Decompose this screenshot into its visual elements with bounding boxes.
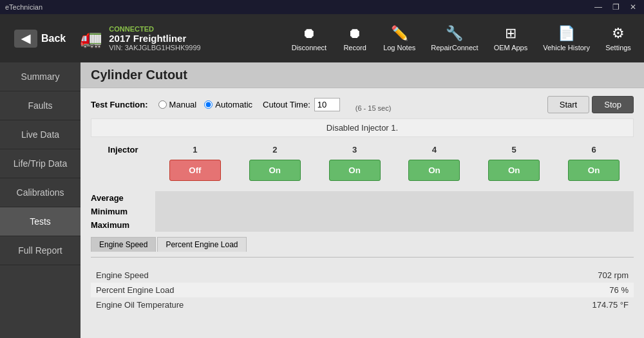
data-row-percent-engine-load: Percent Engine Load 76 % <box>91 283 634 297</box>
repair-connect-icon: 🔧 <box>446 25 463 42</box>
stats-row-minimum: Minimum <box>91 205 634 218</box>
log-notes-button[interactable]: ✏️ Log Notes <box>377 21 422 55</box>
injector-6-button[interactable]: On <box>568 160 620 181</box>
injector-number-4: 4 <box>394 142 474 157</box>
sidebar-item-calibrations[interactable]: Calibrations <box>0 178 80 207</box>
injector-header-label: Injector <box>91 142 155 157</box>
data-row-engine-oil-temp: Engine Oil Temperature 174.75 °F <box>91 297 634 312</box>
close-button[interactable]: ✕ <box>627 3 639 12</box>
data-tabs: Engine Speed Percent Engine Load <box>91 237 634 252</box>
vehicle-details: CONNECTED 2017 Freightliner VIN: 3AKJGLB… <box>109 25 200 52</box>
injector-number-2: 2 <box>235 142 315 157</box>
truck-icon: 🚛 <box>80 28 102 49</box>
cutout-time-range: (6 - 15 sec) <box>355 104 392 112</box>
record-button[interactable]: ⏺ Record <box>336 21 374 55</box>
disconnect-button[interactable]: ⏺ Disconnect <box>285 21 333 55</box>
automatic-label: Automatic <box>215 100 252 109</box>
injector-number-1: 1 <box>155 142 235 157</box>
oem-apps-button[interactable]: ⊞ OEM Apps <box>488 21 535 55</box>
bottom-data: Engine Speed 702 rpm Percent Engine Load… <box>91 263 634 317</box>
log-notes-icon: ✏️ <box>391 25 408 42</box>
injector-1-button[interactable]: Off <box>169 160 221 181</box>
injector-number-3: 3 <box>315 142 395 157</box>
injector-3-button[interactable]: On <box>329 160 381 181</box>
restore-button[interactable]: ❐ <box>610 3 622 12</box>
injector-2-button[interactable]: On <box>249 160 301 181</box>
maximum-label: Maximum <box>91 218 155 232</box>
stats-section: Average Minimum Maximum <box>91 191 634 232</box>
tab-engine-speed[interactable]: Engine Speed <box>91 237 156 252</box>
repair-connect-button[interactable]: 🔧 RepairConnect <box>424 21 484 55</box>
injector-number-6: 6 <box>554 142 634 157</box>
vehicle-history-icon: 📄 <box>558 25 575 42</box>
app-title: eTechnician <box>5 3 43 11</box>
cutout-time-label: Cutout Time: <box>263 100 310 109</box>
divider <box>91 257 634 258</box>
sidebar-item-life-trip-data[interactable]: Life/Trip Data <box>0 149 80 178</box>
stats-row-average: Average <box>91 191 634 205</box>
percent-engine-load-label: Percent Engine Load <box>96 285 174 295</box>
data-row-engine-speed: Engine Speed 702 rpm <box>91 268 634 283</box>
header: ◀ Back 🚛 CONNECTED 2017 Freightliner VIN… <box>0 14 644 62</box>
minimum-value <box>155 205 634 218</box>
injector-5-button[interactable]: On <box>488 160 540 181</box>
status-message: Disabled Injector 1. <box>91 118 634 137</box>
header-tools: ⏺ Disconnect ⏺ Record ✏️ Log Notes 🔧 Rep… <box>285 21 638 55</box>
sidebar-item-full-report[interactable]: Full Report <box>0 236 80 265</box>
average-label: Average <box>91 191 155 205</box>
test-function-row: Test Function: Manual Automatic Cutout T… <box>91 96 634 113</box>
engine-oil-temp-label: Engine Oil Temperature <box>96 300 184 310</box>
manual-radio[interactable] <box>158 100 167 109</box>
injector-4-button[interactable]: On <box>408 160 460 181</box>
oem-apps-icon: ⊞ <box>505 25 516 42</box>
percent-engine-load-value: 76 % <box>564 285 629 295</box>
record-icon: ⏺ <box>348 25 362 42</box>
content-inner: Test Function: Manual Automatic Cutout T… <box>80 88 644 325</box>
sidebar-item-summary[interactable]: Summary <box>0 62 80 91</box>
average-value <box>155 191 634 205</box>
injector-table: Injector 1 2 3 4 5 6 Off <box>91 142 634 183</box>
vehicle-info: 🚛 CONNECTED 2017 Freightliner VIN: 3AKJG… <box>80 25 278 52</box>
automatic-radio[interactable] <box>204 100 213 109</box>
sidebar-item-faults[interactable]: Faults <box>0 91 80 120</box>
sidebar: Summary Faults Live Data Life/Trip Data … <box>0 62 80 338</box>
title-bar: eTechnician — ❐ ✕ <box>0 0 644 14</box>
minimum-label: Minimum <box>91 205 155 218</box>
start-stop-buttons: Start Stop <box>547 96 634 113</box>
minimize-button[interactable]: — <box>592 3 605 12</box>
disconnect-icon: ⏺ <box>302 25 316 42</box>
automatic-radio-item[interactable]: Automatic <box>204 100 252 109</box>
vehicle-history-button[interactable]: 📄 Vehicle History <box>536 21 596 55</box>
tab-percent-engine-load[interactable]: Percent Engine Load <box>157 237 246 252</box>
main-layout: Summary Faults Live Data Life/Trip Data … <box>0 62 644 338</box>
back-arrow-icon: ◀ <box>14 30 37 48</box>
cutout-time-group: Cutout Time: <box>263 98 344 111</box>
injector-section: Injector 1 2 3 4 5 6 Off <box>91 142 634 183</box>
sidebar-item-live-data[interactable]: Live Data <box>0 120 80 149</box>
manual-radio-item[interactable]: Manual <box>158 100 197 109</box>
settings-button[interactable]: ⚙ Settings <box>599 21 638 55</box>
maximum-value <box>155 218 634 232</box>
stop-button[interactable]: Stop <box>592 96 634 113</box>
engine-oil-temp-value: 174.75 °F <box>564 300 629 310</box>
injector-number-5: 5 <box>474 142 554 157</box>
settings-icon: ⚙ <box>612 25 625 42</box>
engine-speed-label: Engine Speed <box>96 270 149 280</box>
cutout-time-input[interactable] <box>314 98 340 111</box>
test-function-radio-group: Manual Automatic <box>158 100 252 109</box>
back-button[interactable]: ◀ Back <box>6 24 73 53</box>
vehicle-name: 2017 Freightliner <box>109 33 200 44</box>
manual-label: Manual <box>169 100 197 109</box>
connection-status: CONNECTED <box>109 25 200 33</box>
page-title: Cylinder Cutout <box>80 62 644 88</box>
content-area: Cylinder Cutout Test Function: Manual Au… <box>80 62 644 338</box>
start-button[interactable]: Start <box>547 96 589 113</box>
window-controls: — ❐ ✕ <box>592 3 639 12</box>
stats-table: Average Minimum Maximum <box>91 191 634 232</box>
sidebar-item-tests[interactable]: Tests <box>0 207 80 236</box>
engine-speed-value: 702 rpm <box>564 270 629 280</box>
stats-row-maximum: Maximum <box>91 218 634 232</box>
test-function-label: Test Function: <box>91 100 148 109</box>
vehicle-vin: VIN: 3AKJGLBG1HSHK9999 <box>109 44 200 52</box>
